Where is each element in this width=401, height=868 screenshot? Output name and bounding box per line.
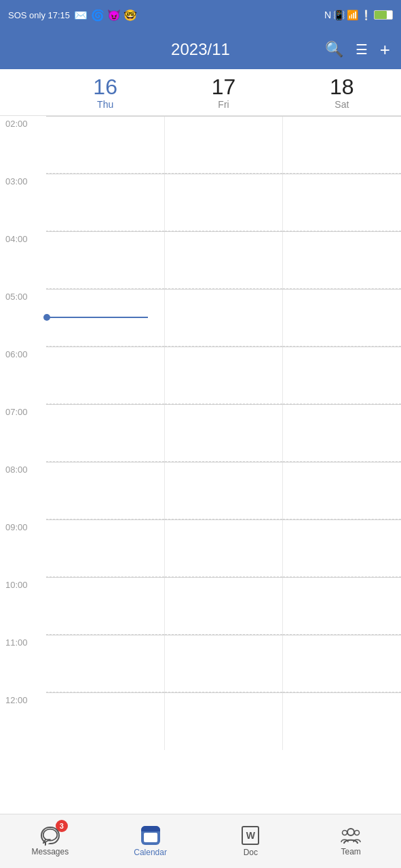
time-row-0500: 05:00 — [0, 289, 401, 347]
time-cells-0700 — [46, 404, 401, 462]
cell-0700-thu[interactable] — [46, 405, 165, 462]
doc-icon: W — [242, 826, 259, 845]
day-number-17: 17 — [212, 76, 236, 98]
svg-marker-1 — [43, 840, 50, 843]
cell-0400-sat[interactable] — [283, 232, 401, 289]
cell-0900-thu[interactable] — [46, 520, 165, 577]
battery-icon — [374, 10, 393, 20]
app-header: 2023/11 🔍 ☰ + — [0, 30, 401, 69]
time-cells-1000 — [46, 577, 401, 635]
header-icons: 🔍 ☰ + — [325, 39, 390, 60]
cell-0700-sat[interactable] — [283, 405, 401, 462]
messages-label: Messages — [32, 847, 69, 856]
doc-label: Doc — [244, 848, 258, 857]
cell-1200-sat[interactable] — [283, 693, 401, 750]
cell-0200-fri[interactable] — [165, 117, 284, 174]
day-name-sat: Sat — [335, 99, 349, 110]
nav-item-team[interactable]: Team — [301, 814, 401, 868]
cell-0600-thu[interactable] — [46, 347, 165, 404]
time-label-1200: 12:00 — [0, 692, 46, 750]
current-time-dot — [43, 314, 50, 321]
day-col-sat[interactable]: 18 Sat — [283, 69, 401, 115]
time-row-1200: 12:00 — [0, 692, 401, 750]
nfc-icon: N — [324, 9, 331, 20]
status-emojis: ✉️ 🌀 😈 🤓 — [74, 9, 137, 22]
cell-0300-thu[interactable] — [46, 174, 165, 231]
vibrate-icon: 📳 — [333, 9, 345, 20]
time-label-0900: 09:00 — [0, 519, 46, 577]
time-row-1000: 10:00 — [0, 577, 401, 635]
time-row-0300: 03:00 — [0, 174, 401, 231]
time-row-0400: 04:00 — [0, 231, 401, 289]
messages-icon — [41, 827, 60, 844]
svg-point-3 — [343, 830, 347, 835]
svg-point-0 — [43, 829, 58, 840]
status-bar: SOS only 17:15 ✉️ 🌀 😈 🤓 N 📳 📶 ❕ — [0, 0, 401, 30]
day-col-fri[interactable]: 17 Fri — [164, 69, 282, 115]
day-name-thu: Thu — [97, 99, 113, 110]
cell-0800-thu[interactable] — [46, 462, 165, 519]
cell-1100-sat[interactable] — [283, 635, 401, 692]
time-row-1100: 11:00 — [0, 635, 401, 692]
cell-0500-sat[interactable] — [283, 290, 401, 347]
time-label-0700: 07:00 — [0, 404, 46, 462]
day-headers: 16 Thu 17 Fri 18 Sat — [0, 69, 401, 116]
doc-w-letter: W — [246, 830, 255, 841]
menu-icon[interactable]: ☰ — [356, 41, 368, 58]
cell-0500-fri[interactable] — [165, 290, 284, 347]
cell-0800-sat[interactable] — [283, 462, 401, 519]
time-label-0300: 03:00 — [0, 174, 46, 231]
cell-1200-fri[interactable] — [165, 693, 284, 750]
cell-0800-fri[interactable] — [165, 462, 284, 519]
cell-1000-sat[interactable] — [283, 578, 401, 635]
cell-0400-fri[interactable] — [165, 232, 284, 289]
calendar-icon — [141, 826, 160, 845]
cell-0600-sat[interactable] — [283, 347, 401, 404]
nav-item-messages[interactable]: 3 Messages — [0, 814, 100, 868]
time-label-0200: 02:00 — [0, 116, 46, 174]
time-label-1000: 10:00 — [0, 577, 46, 635]
cell-0900-fri[interactable] — [165, 520, 284, 577]
svg-point-2 — [347, 829, 354, 835]
time-row-0600: 06:00 — [0, 347, 401, 404]
sos-text: SOS only 17:15 — [8, 10, 70, 20]
time-label-0800: 08:00 — [0, 462, 46, 519]
time-cells-0900 — [46, 519, 401, 577]
time-label-1100: 11:00 — [0, 635, 46, 692]
cell-0200-sat[interactable] — [283, 117, 401, 174]
cell-0200-thu[interactable] — [46, 117, 165, 174]
cell-0700-fri[interactable] — [165, 405, 284, 462]
time-cells-0300 — [46, 174, 401, 231]
time-row-0700: 07:00 — [0, 404, 401, 462]
time-cells-0400 — [46, 231, 401, 289]
svg-point-4 — [355, 830, 360, 835]
time-row-0200: 02:00 — [0, 116, 401, 174]
cell-0600-fri[interactable] — [165, 347, 284, 404]
cell-1100-fri[interactable] — [165, 635, 284, 692]
status-left: SOS only 17:15 ✉️ 🌀 😈 🤓 — [8, 9, 137, 22]
day-name-fri: Fri — [218, 99, 229, 110]
time-spacer — [0, 69, 46, 115]
time-cells-0600 — [46, 347, 401, 404]
cell-1100-thu[interactable] — [46, 635, 165, 692]
time-label-0500: 05:00 — [0, 289, 46, 347]
add-icon[interactable]: + — [380, 39, 390, 60]
cell-0400-thu[interactable] — [46, 232, 165, 289]
day-col-thu[interactable]: 16 Thu — [46, 69, 164, 115]
day-number-16: 16 — [93, 76, 117, 98]
time-cells-1200 — [46, 692, 401, 750]
cell-1000-thu[interactable] — [46, 578, 165, 635]
search-icon[interactable]: 🔍 — [325, 41, 343, 58]
time-row-0900: 09:00 — [0, 519, 401, 577]
cell-0900-sat[interactable] — [283, 520, 401, 577]
cell-0500-thu[interactable] — [46, 290, 165, 347]
cell-1000-fri[interactable] — [165, 578, 284, 635]
nav-item-calendar[interactable]: Calendar — [100, 814, 201, 868]
team-label: Team — [341, 847, 360, 856]
wifi-icon: 📶 — [347, 9, 358, 20]
cell-0300-sat[interactable] — [283, 174, 401, 231]
time-cells-1100 — [46, 635, 401, 692]
cell-0300-fri[interactable] — [165, 174, 284, 231]
nav-item-doc[interactable]: W Doc — [201, 814, 301, 868]
cell-1200-thu[interactable] — [46, 693, 165, 750]
